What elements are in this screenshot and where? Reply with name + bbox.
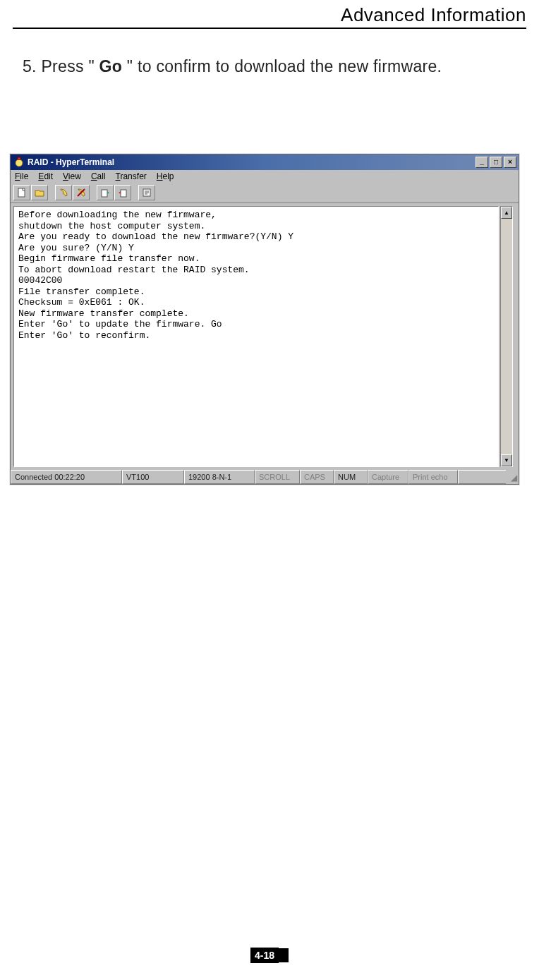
- status-num: NUM: [334, 470, 368, 484]
- maximize-button[interactable]: □: [490, 157, 502, 168]
- page-number: 4-18: [250, 948, 279, 963]
- menu-view[interactable]: View: [63, 171, 81, 181]
- status-connected: Connected 00:22:20: [11, 470, 122, 484]
- toolbar-open-icon[interactable]: [31, 185, 48, 200]
- scroll-up-icon[interactable]: ▲: [501, 207, 512, 219]
- status-emulation: VT100: [122, 470, 184, 484]
- svg-rect-2: [18, 188, 25, 197]
- header-rule: [13, 28, 526, 29]
- statusbar: Connected 00:22:20 VT100 19200 8-N-1 SCR…: [11, 470, 519, 484]
- instruction-keyword: Go: [99, 57, 123, 75]
- toolbar: [11, 183, 519, 203]
- header-title: Advanced Information: [13, 4, 526, 26]
- menu-edit[interactable]: Edit: [38, 171, 53, 181]
- toolbar-call-icon[interactable]: [55, 185, 72, 200]
- page-number-accent: [279, 948, 289, 962]
- toolbar-new-icon[interactable]: [13, 185, 30, 200]
- svg-rect-4: [102, 190, 107, 197]
- status-capture: Capture: [368, 470, 408, 484]
- minimize-button[interactable]: _: [476, 157, 488, 168]
- toolbar-disconnect-icon[interactable]: [73, 185, 90, 200]
- instruction-text: 5. Press " Go " to confirm to download t…: [23, 57, 526, 76]
- svg-point-0: [16, 159, 23, 167]
- menu-help[interactable]: Help: [157, 171, 174, 181]
- app-icon: [13, 157, 25, 168]
- status-scroll: SCROLL: [255, 470, 300, 484]
- instruction-prefix: 5. Press ": [23, 57, 99, 75]
- instruction-suffix: " to confirm to download the new firmwar…: [122, 57, 442, 75]
- window-title: RAID - HyperTerminal: [28, 157, 114, 167]
- status-port: 19200 8-N-1: [184, 470, 255, 484]
- svg-rect-5: [121, 190, 126, 197]
- menubar: File Edit View Call Transfer Help: [11, 170, 519, 183]
- status-caps: CAPS: [300, 470, 334, 484]
- menu-call[interactable]: Call: [91, 171, 106, 181]
- toolbar-send-icon[interactable]: [97, 185, 114, 200]
- svg-rect-1: [18, 157, 20, 159]
- close-button[interactable]: ×: [504, 157, 516, 168]
- terminal-output[interactable]: Before downloading the new firmware, shu…: [13, 206, 499, 467]
- vertical-scrollbar[interactable]: ▲ ▼: [500, 206, 513, 467]
- status-printecho: Print echo: [408, 470, 458, 484]
- scroll-down-icon[interactable]: ▼: [501, 454, 512, 466]
- menu-transfer[interactable]: Transfer: [116, 171, 147, 181]
- toolbar-properties-icon[interactable]: [138, 185, 155, 200]
- page-footer: 4-18: [250, 948, 289, 963]
- menu-file[interactable]: File: [15, 171, 28, 181]
- window-titlebar[interactable]: RAID - HyperTerminal _ □ ×: [11, 155, 519, 170]
- toolbar-receive-icon[interactable]: [114, 185, 131, 200]
- hyperterminal-window: RAID - HyperTerminal _ □ × File Edit Vie…: [10, 154, 519, 485]
- resize-grip-icon[interactable]: ◢: [506, 470, 519, 484]
